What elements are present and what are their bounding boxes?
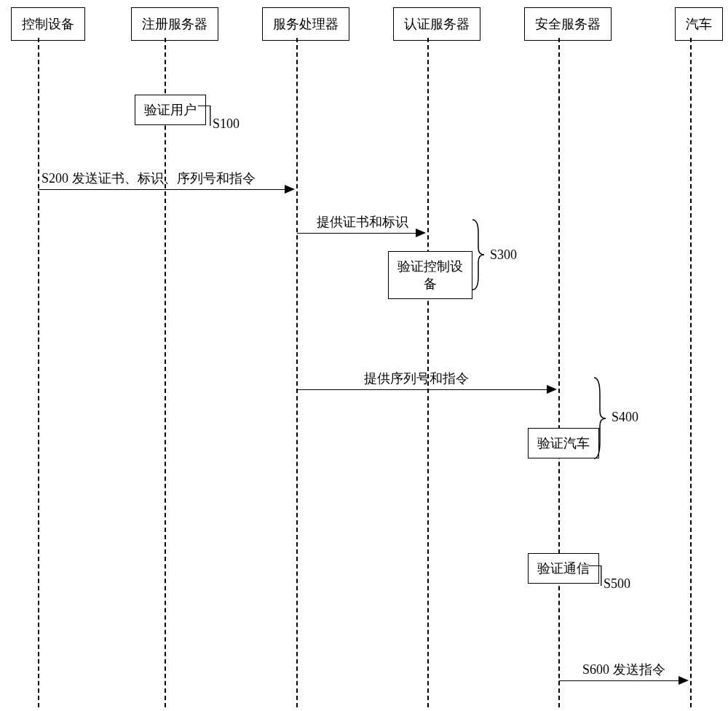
action-verify-device: 验证控制设 备 xyxy=(388,251,472,299)
step-label-s400: S400 xyxy=(612,410,638,425)
lifeline-car xyxy=(690,38,692,707)
lifeline-register-server xyxy=(165,38,166,707)
arrow-seq-cmd xyxy=(297,389,548,390)
brace-s300 xyxy=(471,218,486,291)
step-label-s100: S100 xyxy=(213,116,240,132)
message-cert-id: 提供证书和标识 xyxy=(317,213,408,231)
arrow-head-s600 xyxy=(678,676,689,685)
participant-control-device: 控制设备 xyxy=(11,7,85,41)
brace-s400 xyxy=(593,376,607,460)
arrow-head-s200 xyxy=(285,185,295,194)
action-verify-user: 验证用户 xyxy=(135,95,206,125)
message-seq-cmd: 提供序列号和指令 xyxy=(364,370,469,387)
participant-car: 汽车 xyxy=(675,7,723,41)
participant-service-processor: 服务处理器 xyxy=(262,7,349,41)
step-label-s300: S300 xyxy=(490,247,517,263)
message-s200: S200 发送证书、标识、序列号和指令 xyxy=(41,170,256,187)
lifeline-control-device xyxy=(38,38,39,707)
lifeline-service-processor xyxy=(296,38,298,707)
message-s600: S600 发送指令 xyxy=(582,661,665,678)
arrow-cert-id xyxy=(297,233,417,234)
arrow-s600 xyxy=(559,680,680,681)
arrow-s200 xyxy=(39,189,286,190)
step-label-s500: S500 xyxy=(604,576,630,592)
arrow-head-seq-cmd xyxy=(547,385,557,394)
action-verify-car: 验证汽车 xyxy=(528,428,599,458)
participant-register-server: 注册服务器 xyxy=(131,7,218,41)
arrow-head-cert-id xyxy=(416,229,426,237)
participant-auth-server: 认证服务器 xyxy=(393,7,480,41)
participant-security-server: 安全服务器 xyxy=(524,7,612,41)
lifeline-security-server xyxy=(558,38,560,707)
